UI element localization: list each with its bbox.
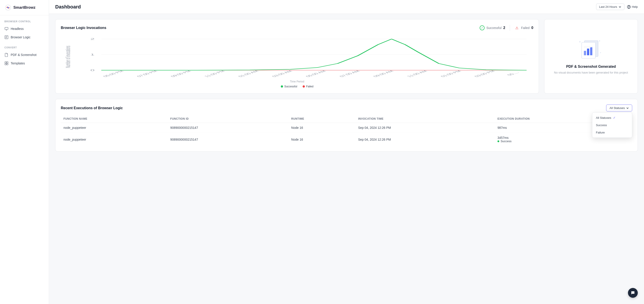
sidebar-item-headless[interactable]: Headless: [0, 25, 49, 33]
pdf-illustration: + + +: [578, 38, 604, 60]
convert-label: CONVERT: [0, 42, 49, 51]
chart-card: Browser Logic Invocations ✓ Successful 2…: [55, 19, 539, 94]
svg-text:03:00 AM: 03:00 AM: [271, 70, 294, 78]
chart-title: Browser Logic Invocations: [61, 26, 106, 30]
svg-rect-8: [7, 64, 8, 65]
svg-text:09:00 AM: 09:00 AM: [372, 70, 394, 78]
pdf-card-subtitle: No visual documents have been generated …: [554, 70, 628, 75]
svg-rect-6: [7, 62, 8, 63]
dropdown-item-success[interactable]: Success: [592, 121, 632, 129]
sidebar-item-pdf-screenshot[interactable]: PDF & Screenshot: [0, 51, 49, 59]
table-header: Recent Executions of Browser Logic All S…: [61, 105, 632, 111]
help-icon: [627, 5, 631, 9]
legend-failed: Failed: [303, 85, 314, 88]
svg-text:05:00 PM: 05:00 PM: [102, 70, 125, 78]
pdf-illustration-svg: + + +: [578, 38, 604, 60]
svg-rect-36: [590, 47, 592, 55]
cell-function-name: node_puppeteer: [61, 123, 168, 133]
svg-text:11:00 AM: 11:00 AM: [406, 70, 428, 78]
pdf-screenshot-card: + + + PDF & Screenshot Generated No visu…: [544, 19, 638, 94]
topbar-right: Last 24 Hours Help: [596, 4, 638, 10]
sidebar-item-browser-logic[interactable]: Browser Logic: [0, 33, 49, 42]
sidebar-section-browser-control: BROWSER CONTROL Headless Browser Logic: [0, 15, 49, 42]
col-function-name: Function Name: [61, 115, 168, 123]
svg-text:07:00 AM: 07:00 AM: [338, 70, 361, 78]
chat-icon: [631, 291, 635, 295]
chart-legend: Successful Failed: [61, 85, 533, 88]
file-icon: [4, 53, 8, 57]
sidebar: SmartBrowz BROWSER CONTROL Headless Brow…: [0, 0, 49, 304]
col-runtime: Runtime: [288, 115, 356, 123]
svg-rect-5: [5, 62, 6, 63]
success-dot: [498, 140, 499, 142]
chart-stats: ✓ Successful 2 ⚠ Failed 0: [480, 25, 533, 31]
checkmark-icon: ✓: [613, 116, 616, 119]
svg-rect-3: [5, 28, 8, 30]
topbar: Dashboard Last 24 Hours Help: [49, 0, 644, 14]
sidebar-item-templates[interactable]: Templates: [0, 59, 49, 68]
svg-text:+: +: [600, 52, 601, 54]
col-invocation-time: Invocation Time: [356, 115, 495, 123]
svg-text:Number of invocations: Number of invocations: [64, 46, 72, 68]
legend-dot-success: [281, 85, 283, 88]
content-area: Browser Logic Invocations ✓ Successful 2…: [49, 14, 644, 157]
time-filter-dropdown[interactable]: Last 24 Hours: [596, 4, 624, 10]
svg-text:0: 0: [90, 69, 95, 72]
logo-area: SmartBrowz: [0, 0, 49, 15]
table-title: Recent Executions of Browser Logic: [61, 106, 123, 110]
svg-text:1: 1: [90, 53, 95, 56]
cell-invocation-time: Sep 04, 2024 12:26 PM: [356, 123, 495, 133]
table-row: node_puppeteer 9089000000215147 Node 16 …: [61, 133, 632, 146]
success-check-icon: ✓: [480, 26, 484, 30]
table-row: node_puppeteer 9089000000215147 Node 16 …: [61, 123, 632, 133]
col-function-id: Function ID: [168, 115, 288, 123]
chevron-down-icon: [626, 107, 629, 109]
cell-function-id: 9089000000215147: [168, 123, 288, 133]
svg-rect-35: [587, 49, 589, 55]
svg-text:11:00 PM: 11:00 PM: [203, 70, 226, 78]
cell-runtime: Node 16: [288, 123, 356, 133]
cell-runtime: Node 16: [288, 133, 356, 146]
chat-bubble-button[interactable]: [628, 288, 638, 298]
svg-point-2: [7, 7, 9, 8]
svg-text:05:00 AM: 05:00 AM: [304, 70, 327, 78]
svg-text:03:00 PM: 03:00 PM: [473, 70, 496, 78]
app-name: SmartBrowz: [13, 5, 36, 10]
status-dropdown: All Statuses All Statuses ✓ Success: [606, 105, 632, 111]
grid-icon: [4, 61, 8, 65]
chart-header: Browser Logic Invocations ✓ Successful 2…: [61, 25, 533, 31]
cell-invocation-time: Sep 04, 2024 12:26 PM: [356, 133, 495, 146]
top-row: Browser Logic Invocations ✓ Successful 2…: [55, 19, 638, 94]
svg-text:+: +: [579, 40, 581, 44]
chevron-down-icon: [618, 5, 622, 9]
help-button[interactable]: Help: [627, 5, 638, 9]
status-badge: Success: [498, 140, 630, 143]
sidebar-section-convert: CONVERT PDF & Screenshot Templates: [0, 42, 49, 68]
dropdown-item-failure[interactable]: Failure: [592, 129, 632, 136]
monitor-icon: [4, 27, 8, 31]
code-icon: [4, 35, 8, 39]
svg-text:2: 2: [90, 38, 95, 40]
svg-text:+: +: [599, 40, 600, 43]
svg-rect-34: [584, 51, 586, 55]
executions-table: Function Name Function ID Runtime Invoca…: [61, 115, 632, 146]
main-content: Dashboard Last 24 Hours Help: [49, 0, 644, 304]
logo-icon: [4, 4, 12, 11]
executions-card: Recent Executions of Browser Logic All S…: [55, 99, 638, 152]
cell-function-name: node_puppeteer: [61, 133, 168, 146]
svg-text:01:00 PM: 01:00 PM: [439, 70, 462, 78]
pdf-card-title: PDF & Screenshot Generated: [566, 65, 616, 69]
stat-divider: [510, 25, 510, 31]
svg-text:05:...: 05:...: [506, 71, 520, 76]
successful-stat: ✓ Successful 2: [480, 26, 505, 30]
svg-text:01:00 AM: 01:00 AM: [237, 70, 260, 78]
browser-control-label: BROWSER CONTROL: [0, 15, 49, 25]
svg-text:07:00 PM: 07:00 PM: [136, 70, 158, 78]
legend-dot-failed: [303, 85, 305, 88]
svg-text:09:00 PM: 09:00 PM: [169, 70, 192, 78]
dropdown-item-all[interactable]: All Statuses ✓: [592, 114, 632, 121]
invocations-chart: 2 1 0 Number of invocations 05:00 PM 07:…: [61, 35, 533, 79]
status-filter-button[interactable]: All Statuses: [606, 105, 632, 111]
legend-successful: Successful: [281, 85, 297, 88]
chart-area: 2 1 0 Number of invocations 05:00 PM 07:…: [61, 35, 533, 79]
